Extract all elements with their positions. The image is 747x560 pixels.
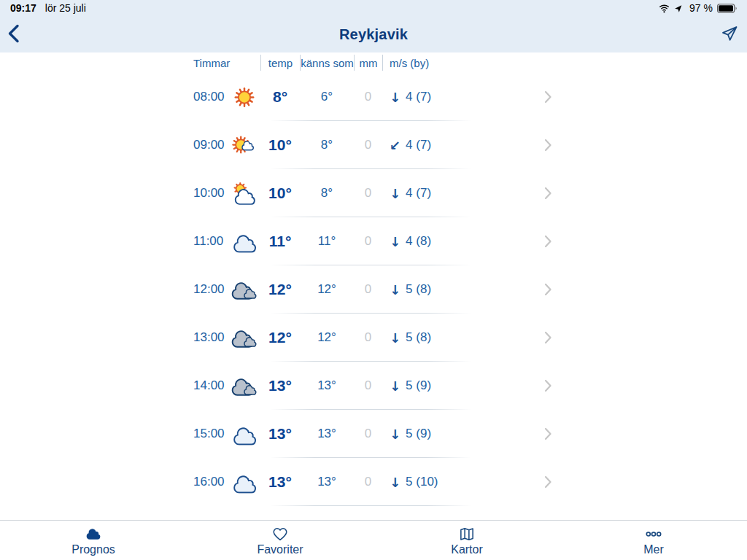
forecast-row[interactable]: 16:00 13° 13° 0 ↓ 5 (10)	[0, 458, 747, 506]
column-header-mm: mm	[354, 55, 382, 71]
chevron-right-icon	[544, 187, 552, 200]
precipitation-value: 0	[354, 234, 382, 249]
precipitation-value: 0	[354, 138, 382, 152]
weather-app-screen: 09:17 lör 25 juli 97 %	[0, 0, 747, 560]
wind-cell: ↓ 5 (10)	[382, 475, 474, 490]
temperature-value: 13°	[260, 425, 300, 443]
navigation-bar: Reykjavik	[0, 16, 747, 52]
column-header-ms-by: m/s (by)	[382, 55, 474, 71]
sun-icon	[228, 86, 260, 109]
forecast-rows: 08:00 8° 6° 0 ↓ 4 (7) 09:00 10°	[0, 73, 747, 506]
column-header-temp: temp	[260, 55, 300, 71]
precipitation-value: 0	[354, 330, 382, 345]
forecast-table-header: Timmar temp känns som mm m/s (by)	[0, 52, 747, 73]
tab-favoriter[interactable]: Favoriter	[187, 521, 374, 560]
time-label: 09:00	[193, 138, 228, 152]
status-time: 09:17	[10, 2, 36, 14]
feels-like-value: 8°	[300, 138, 354, 152]
precipitation-value: 0	[354, 282, 382, 297]
tab-label: Mer	[643, 544, 664, 556]
wind-cell: ↓ 4 (8)	[382, 234, 474, 249]
precipitation-value: 0	[354, 427, 382, 441]
wind-speed-text: 5 (9)	[406, 427, 431, 441]
time-label: 15:00	[193, 427, 228, 441]
tab-mer[interactable]: Mer	[560, 521, 747, 560]
back-button[interactable]	[7, 16, 20, 52]
wind-cell: ↓ 5 (8)	[382, 282, 474, 298]
wind-direction-arrow: ↓	[390, 234, 400, 249]
temperature-value: 13°	[260, 473, 300, 491]
map-icon	[456, 526, 478, 542]
time-label: 11:00	[193, 234, 228, 249]
column-header-timmar: Timmar	[193, 55, 260, 71]
tab-kartor[interactable]: Kartor	[374, 521, 560, 560]
feels-like-value: 12°	[300, 330, 354, 345]
paper-plane-icon	[721, 25, 738, 44]
wind-cell: ↙ 4 (7)	[382, 138, 474, 153]
wind-cell: ↓ 4 (7)	[382, 90, 474, 105]
forecast-row[interactable]: 12:00 12° 12° 0 ↓ 5 (8)	[0, 265, 747, 314]
page-title: Reykjavik	[339, 26, 408, 43]
temperature-value: 12°	[260, 329, 300, 346]
wind-cell: ↓ 5 (9)	[382, 378, 474, 394]
forecast-row[interactable]: 14:00 13° 13° 0 ↓ 5 (9)	[0, 362, 747, 410]
wind-speed-text: 4 (7)	[406, 138, 431, 152]
chevron-right-icon	[544, 90, 552, 104]
cloud-light-icon	[228, 423, 260, 446]
temperature-value: 11°	[260, 233, 300, 250]
temperature-value: 12°	[260, 281, 300, 298]
wind-cell: ↓ 5 (8)	[382, 330, 474, 346]
wind-speed-text: 5 (8)	[406, 330, 431, 345]
forecast-row[interactable]: 10:00 10° 8° 0 ↓ 4 (7)	[0, 169, 747, 217]
forecast-row[interactable]: 11:00 11° 11° 0 ↓ 4 (8)	[0, 217, 747, 265]
row-separator	[270, 505, 471, 506]
chevron-right-icon	[544, 475, 552, 489]
chevron-left-icon	[7, 24, 20, 45]
chevron-right-icon	[544, 379, 552, 392]
chevron-right-icon	[544, 139, 552, 152]
time-label: 12:00	[193, 282, 228, 297]
sun-small-cloud-icon	[228, 134, 260, 157]
wind-direction-arrow: ↓	[390, 90, 400, 105]
chevron-right-icon	[544, 427, 552, 440]
share-button[interactable]	[721, 16, 738, 52]
wind-speed-text: 4 (8)	[406, 234, 431, 249]
feels-like-value: 13°	[300, 475, 354, 489]
precipitation-value: 0	[354, 378, 382, 393]
wind-speed-text: 5 (9)	[406, 378, 431, 393]
wind-speed-text: 5 (8)	[406, 282, 431, 297]
forecast-row[interactable]: 15:00 13° 13° 0 ↓ 5 (9)	[0, 410, 747, 458]
feels-like-value: 11°	[300, 234, 354, 249]
wind-direction-arrow: ↓	[390, 282, 400, 298]
tab-label: Prognos	[71, 544, 115, 556]
forecast-row[interactable]: 13:00 12° 12° 0 ↓ 5 (8)	[0, 314, 747, 362]
wind-direction-arrow: ↓	[390, 330, 400, 346]
heart-icon	[269, 526, 291, 542]
feels-like-value: 12°	[300, 282, 354, 297]
battery-icon	[717, 4, 737, 13]
tab-prognos[interactable]: Prognos	[0, 521, 187, 560]
ellipsis-icon	[643, 526, 665, 542]
chevron-right-icon	[544, 283, 552, 296]
wifi-icon	[658, 4, 670, 13]
cloud-light-icon	[228, 230, 260, 253]
time-label: 16:00	[193, 475, 228, 489]
wind-cell: ↓ 5 (9)	[382, 427, 474, 442]
tab-label: Kartor	[451, 544, 483, 556]
forecast-row[interactable]: 08:00 8° 6° 0 ↓ 4 (7)	[0, 73, 747, 121]
wind-speed-text: 4 (7)	[406, 90, 431, 104]
sun-behind-cloud-icon	[228, 182, 260, 205]
wind-direction-arrow: ↙	[390, 138, 400, 153]
chevron-right-icon	[544, 235, 552, 248]
location-arrow-icon	[675, 4, 684, 12]
battery-percent: 97 %	[689, 2, 713, 14]
status-bar: 09:17 lör 25 juli 97 %	[0, 0, 747, 16]
feels-like-value: 6°	[300, 90, 354, 104]
wind-direction-arrow: ↓	[390, 378, 400, 394]
temperature-value: 10°	[260, 184, 300, 202]
column-header-kanns-som: känns som	[300, 55, 354, 71]
forecast-row[interactable]: 09:00 10° 8° 0 ↙ 4 (7)	[0, 121, 747, 169]
feels-like-value: 13°	[300, 378, 354, 393]
wind-direction-arrow: ↓	[390, 427, 400, 442]
cloud-filled-icon	[82, 526, 104, 542]
